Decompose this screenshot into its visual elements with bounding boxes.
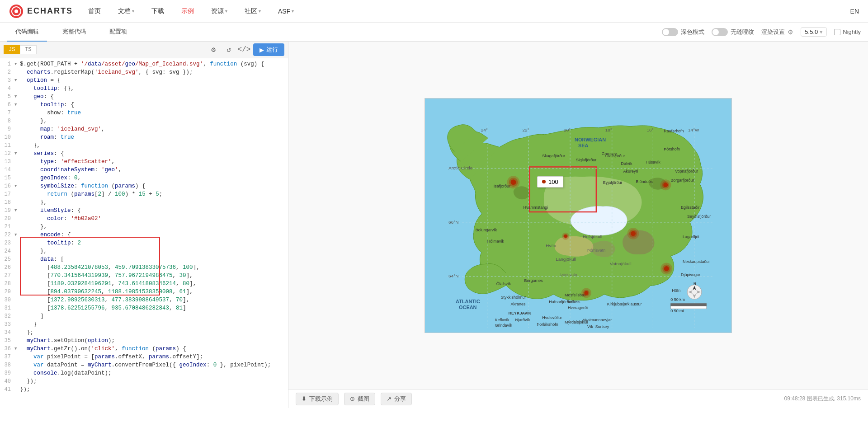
- table-row: 7 show: true: [0, 109, 288, 117]
- line-number: 1: [0, 60, 14, 68]
- renderer-icon: ⚙: [788, 28, 793, 36]
- fold-arrow-icon[interactable]: ▼: [14, 101, 20, 109]
- dark-mode-switch[interactable]: [662, 28, 678, 36]
- tooltip-dot-icon: [542, 180, 546, 183]
- nav-home[interactable]: 首页: [86, 7, 103, 15]
- fold-arrow-icon[interactable]: ▼: [14, 182, 20, 190]
- fold-arrow-icon[interactable]: ▼: [14, 93, 20, 101]
- refresh-icon-btn[interactable]: ↺: [222, 43, 235, 56]
- code-text: });: [20, 377, 288, 385]
- chart-panel: NORWEGIAN SEA ATLANTIC OCEAN: [288, 42, 868, 408]
- nav-resources[interactable]: 资源 ▾: [209, 7, 229, 15]
- table-row: 11 },: [0, 141, 288, 150]
- nightly-checkbox-item[interactable]: Nightly: [834, 28, 861, 35]
- docs-chevron-icon: ▾: [132, 9, 134, 14]
- code-text: [488.2358421078053, 459.70913833075736, …: [20, 263, 288, 272]
- dark-mode-toggle[interactable]: 深色模式: [662, 28, 704, 36]
- svg-text:Stykkishólmur: Stykkishólmur: [501, 295, 526, 300]
- run-button[interactable]: ▶ 运行: [253, 43, 284, 56]
- run-icon: ▶: [259, 47, 264, 53]
- code-text: var pixelPoint = [params.offsetX, params…: [20, 353, 288, 361]
- seamless-toggle[interactable]: 无缝哑纹: [712, 28, 754, 36]
- nightly-checkbox[interactable]: [834, 29, 840, 35]
- code-lines-container[interactable]: 1▼$.get(ROOT_PATH + '/data/asset/geo/Map…: [0, 58, 288, 408]
- svg-text:NORWEGIAN: NORWEGIAN: [575, 136, 606, 142]
- line-number: 32: [0, 312, 14, 320]
- svg-text:Bolungarvík: Bolungarvík: [476, 227, 497, 232]
- scatter-point-4: [581, 288, 591, 298]
- svg-text:Egilsstaðir: Egilsstaðir: [681, 205, 699, 210]
- seamless-switch[interactable]: [712, 28, 728, 36]
- nav-community[interactable]: 社区 ▾: [243, 7, 263, 15]
- code-text: show: true: [20, 109, 288, 117]
- nav-download[interactable]: 下载: [150, 7, 166, 15]
- code-text: tooltip: {},: [20, 84, 288, 93]
- svg-text:REYKJAVÍK: REYKJAVÍK: [509, 310, 532, 315]
- code-icon-btn[interactable]: </>: [238, 43, 250, 56]
- line-number: 33: [0, 320, 14, 328]
- nav-asf[interactable]: ASF ▾: [276, 8, 296, 15]
- nav-examples[interactable]: 示例: [179, 7, 196, 15]
- fold-arrow-icon[interactable]: ▼: [14, 206, 20, 215]
- code-text: });: [20, 385, 288, 394]
- svg-text:Hvammstangi: Hvammstangi: [523, 205, 548, 210]
- svg-text:24°: 24°: [481, 127, 488, 132]
- code-text: geoIndex: 0,: [20, 174, 288, 182]
- line-number: 10: [0, 133, 14, 141]
- fold-arrow-icon[interactable]: ▼: [14, 60, 20, 68]
- nav-docs[interactable]: 文档 ▾: [116, 7, 136, 15]
- table-row: 3▼ option = {: [0, 76, 288, 84]
- code-text: }: [20, 320, 288, 328]
- line-number: 15: [0, 174, 14, 182]
- lang-tab-ts[interactable]: TS: [20, 45, 36, 54]
- fold-arrow-icon[interactable]: ▼: [14, 231, 20, 239]
- code-text: encode: {: [20, 231, 288, 239]
- fold-arrow-icon[interactable]: ▼: [14, 345, 20, 353]
- svg-text:SEA: SEA: [578, 142, 589, 148]
- code-text: },: [20, 223, 288, 231]
- download-example-button[interactable]: ⬇ 下载示例: [296, 393, 339, 405]
- line-number: 28: [0, 280, 14, 288]
- svg-text:Seyðisfjörður: Seyðisfjörður: [687, 214, 711, 218]
- table-row: 38 var dataPoint = myChart.convertFromPi…: [0, 361, 288, 369]
- chart-container[interactable]: NORWEGIAN SEA ATLANTIC OCEAN: [425, 98, 732, 333]
- svg-text:Raufarhöfn: Raufarhöfn: [664, 128, 684, 133]
- code-text: myChart.setOption(option);: [20, 337, 288, 345]
- code-text: roam: true: [20, 133, 288, 141]
- svg-text:Neskaupstaður: Neskaupstaður: [683, 259, 710, 263]
- settings-icon-btn[interactable]: ⚙: [207, 43, 220, 56]
- line-number: 39: [0, 369, 14, 377]
- screenshot-button[interactable]: ⊙ 截图: [344, 393, 375, 405]
- fold-arrow-icon[interactable]: ▼: [14, 76, 20, 84]
- svg-text:18°: 18°: [605, 127, 612, 132]
- line-number: 9: [0, 125, 14, 133]
- svg-point-90: [564, 235, 567, 238]
- line-number: 2: [0, 68, 14, 76]
- share-button[interactable]: ↗ 分享: [381, 393, 412, 405]
- svg-text:Blönduós: Blönduós: [636, 179, 653, 184]
- svg-text:Hveragerði: Hveragerði: [568, 305, 588, 310]
- share-icon: ↗: [387, 395, 392, 402]
- code-text: map: 'iceland_svg',: [20, 125, 288, 133]
- fold-arrow-icon[interactable]: ▼: [14, 150, 20, 158]
- svg-text:ATLANTIC: ATLANTIC: [456, 299, 480, 304]
- tab-full-code[interactable]: 完整代码: [54, 23, 94, 42]
- svg-text:Grindavík: Grindavík: [495, 323, 513, 328]
- renderer-setting[interactable]: 渲染设置 ⚙: [761, 28, 793, 36]
- version-select[interactable]: 5.5.0 ▾: [801, 27, 827, 37]
- svg-text:Grimsey: Grimsey: [602, 151, 617, 155]
- tab-config[interactable]: 配置项: [101, 23, 135, 42]
- line-number: 5: [0, 93, 14, 101]
- tab-code-edit[interactable]: 代码编辑: [7, 23, 47, 42]
- logo-text: ECHARTS: [27, 6, 73, 16]
- table-row: 31 [1378.62251255796, 935.6708486282843,…: [0, 304, 288, 312]
- code-editor: JS TS ⚙ ↺ </> ▶ 运行 1▼$.get(ROOT_PATH + '…: [0, 42, 288, 408]
- svg-text:66°N: 66°N: [448, 219, 458, 224]
- table-row: 1▼$.get(ROOT_PATH + '/data/asset/geo/Map…: [0, 60, 288, 68]
- lang-switch[interactable]: EN: [850, 8, 859, 15]
- line-number: 26: [0, 263, 14, 272]
- table-row: 2 echarts.registerMap('iceland_svg', { s…: [0, 68, 288, 76]
- camera-icon: ⊙: [350, 395, 355, 402]
- code-text: [894.03790632245, 1188.19851538350008, 6…: [20, 288, 288, 296]
- lang-tab-js[interactable]: JS: [4, 45, 20, 54]
